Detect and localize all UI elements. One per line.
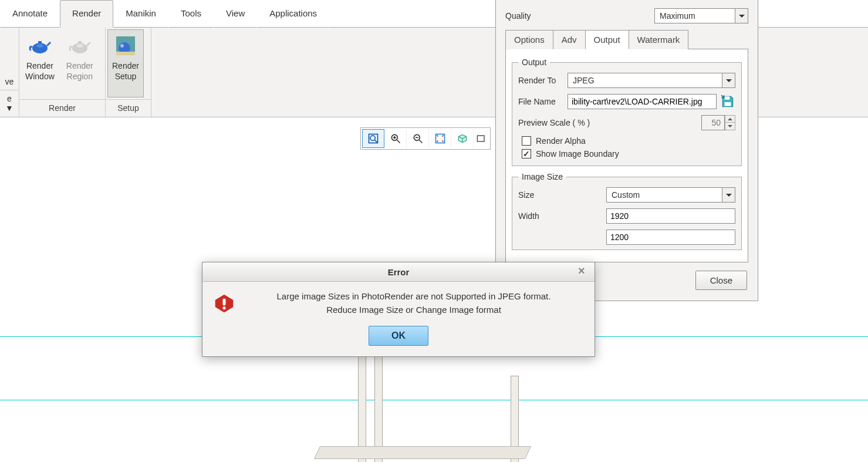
render-region-button[interactable]: Render Region bbox=[60, 28, 99, 99]
error-ok-button[interactable]: OK bbox=[369, 326, 428, 346]
quality-label: Quality bbox=[505, 11, 582, 21]
ribbon-partial-dropdown[interactable]: e ▼ bbox=[0, 90, 19, 117]
svg-point-4 bbox=[76, 44, 83, 48]
show-boundary-checkbox[interactable]: Show Image Boundary bbox=[522, 149, 735, 159]
cad-model bbox=[282, 352, 681, 462]
tab-tools[interactable]: Tools bbox=[168, 0, 214, 28]
error-title: Error bbox=[388, 267, 410, 277]
svg-rect-10 bbox=[116, 52, 135, 55]
svg-rect-5 bbox=[78, 41, 82, 43]
tab-manikin[interactable]: Manikin bbox=[113, 0, 168, 28]
subtab-output[interactable]: Output bbox=[585, 30, 629, 49]
zoom-fit-icon[interactable] bbox=[362, 129, 384, 148]
size-value: Custom bbox=[607, 190, 722, 200]
width-input[interactable] bbox=[606, 208, 735, 224]
output-subpanel: Output Render To JPEG File Name bbox=[505, 49, 748, 262]
subtab-adv[interactable]: Adv bbox=[553, 30, 586, 49]
checkbox-unchecked-icon bbox=[522, 136, 531, 146]
display-style-icon[interactable] bbox=[451, 129, 474, 148]
svg-rect-2 bbox=[38, 41, 42, 43]
render-setup-button[interactable]: Render Setup bbox=[107, 29, 144, 97]
render-to-label: Render To bbox=[518, 76, 568, 85]
output-fieldset: Output Render To JPEG File Name bbox=[512, 58, 742, 166]
show-boundary-label: Show Image Boundary bbox=[536, 149, 619, 159]
teapot-gray-icon bbox=[68, 33, 92, 58]
error-close-icon[interactable]: × bbox=[578, 266, 589, 276]
svg-point-1 bbox=[36, 44, 43, 48]
svg-point-27 bbox=[222, 306, 225, 309]
render-setup-panel: Quality Maximum Options Adv Output Water… bbox=[495, 0, 758, 301]
svg-rect-26 bbox=[222, 298, 225, 305]
zoom-out-icon[interactable] bbox=[407, 129, 429, 148]
error-titlebar: Error × bbox=[202, 262, 595, 282]
svg-rect-23 bbox=[725, 96, 730, 99]
tab-applications[interactable]: Applications bbox=[257, 0, 329, 28]
view-mini-toolbar bbox=[360, 127, 491, 150]
size-label: Size bbox=[518, 190, 606, 200]
render-window-label: Render Window bbox=[25, 60, 55, 82]
width-label: Width bbox=[518, 211, 606, 221]
toolbar-overflow-icon[interactable] bbox=[474, 129, 489, 148]
zoom-in-icon[interactable] bbox=[384, 129, 407, 148]
ribbon-group-setup-label: Setup bbox=[106, 99, 151, 117]
subtab-options[interactable]: Options bbox=[505, 30, 553, 49]
svg-point-12 bbox=[370, 136, 375, 140]
tab-view[interactable]: View bbox=[214, 0, 257, 28]
quality-value: Maximum bbox=[655, 11, 735, 21]
size-select[interactable]: Custom bbox=[606, 187, 735, 203]
file-name-input[interactable] bbox=[568, 94, 717, 109]
svg-line-13 bbox=[375, 140, 377, 143]
subtab-watermark[interactable]: Watermark bbox=[629, 30, 689, 49]
ribbon-group-render-label: Render bbox=[19, 99, 105, 117]
render-to-select[interactable]: JPEG bbox=[568, 73, 735, 88]
quality-select[interactable]: Maximum bbox=[654, 8, 748, 23]
render-region-label: Render Region bbox=[66, 60, 93, 82]
render-alpha-label: Render Alpha bbox=[536, 136, 586, 146]
render-window-button[interactable]: Render Window bbox=[19, 28, 60, 99]
image-size-legend: Image Size bbox=[518, 172, 566, 181]
error-icon bbox=[214, 294, 234, 313]
output-legend: Output bbox=[518, 58, 550, 67]
browse-save-icon[interactable] bbox=[720, 94, 735, 109]
ribbon-partial-left: ve bbox=[0, 28, 19, 90]
error-message: Large image Sizes in PhotoRender are not… bbox=[245, 290, 583, 316]
svg-rect-24 bbox=[725, 102, 731, 106]
preview-scale-value bbox=[701, 115, 725, 130]
render-setup-label: Render Setup bbox=[112, 60, 139, 82]
tab-annotate[interactable]: Annotate bbox=[0, 0, 60, 28]
svg-rect-22 bbox=[477, 136, 484, 141]
file-name-label: File Name bbox=[518, 97, 568, 106]
tab-render[interactable]: Render bbox=[60, 0, 113, 28]
render-alpha-checkbox[interactable]: Render Alpha bbox=[522, 136, 735, 146]
render-subtab-bar: Options Adv Output Watermark bbox=[505, 29, 748, 49]
dropdown-arrow-icon bbox=[722, 188, 735, 202]
svg-line-19 bbox=[419, 140, 422, 143]
panel-close-button[interactable]: Close bbox=[695, 271, 747, 290]
checkbox-checked-icon bbox=[522, 149, 531, 159]
image-size-fieldset: Image Size Size Custom Width bbox=[512, 172, 742, 250]
render-setup-icon bbox=[114, 33, 137, 58]
preview-scale-label: Preview Scale ( % ) bbox=[518, 118, 701, 127]
teapot-blue-icon bbox=[28, 33, 52, 58]
svg-point-9 bbox=[120, 44, 124, 48]
error-dialog: Error × Large image Sizes in PhotoRender… bbox=[202, 262, 595, 357]
render-to-value: JPEG bbox=[568, 76, 722, 85]
dropdown-arrow-icon bbox=[722, 73, 735, 87]
preview-scale-spinner[interactable] bbox=[725, 115, 735, 130]
height-input[interactable] bbox=[606, 230, 735, 245]
dropdown-arrow-icon bbox=[735, 9, 748, 23]
svg-line-15 bbox=[397, 140, 400, 143]
refit-icon[interactable] bbox=[429, 129, 451, 148]
